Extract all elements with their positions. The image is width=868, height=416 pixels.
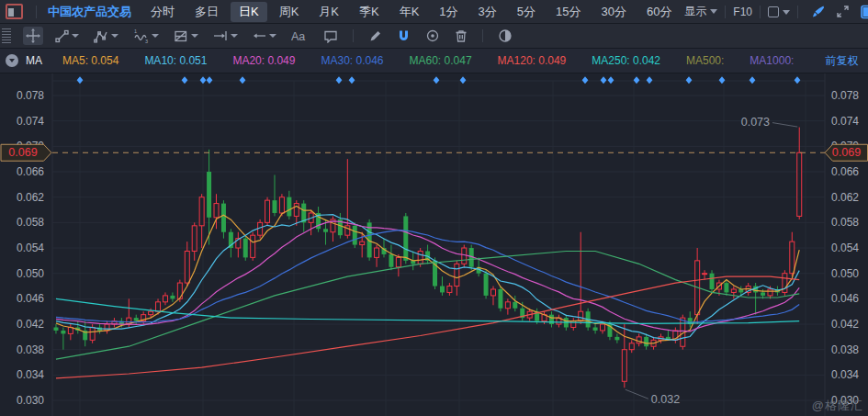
checkbox-icon[interactable] [768,6,779,17]
expand-icon[interactable] [836,5,850,18]
candle-body-up [455,264,459,286]
event-diamond-marker[interactable] [200,76,207,84]
adjust-mode-button[interactable]: 前复权 [825,53,858,69]
event-diamond-marker[interactable] [240,76,246,84]
drawing-toolbar: 13Aa [0,24,868,49]
candle-body-down [134,318,139,320]
ma-legend-ma500: MA500: [686,54,724,67]
chevron-down-icon[interactable] [72,34,79,38]
tab-多日[interactable]: 多日 [186,2,227,22]
candle-body-up [163,296,167,302]
candle-body-down [207,172,211,218]
candle-body-up [447,287,452,293]
overlay-checkbox-dropdown[interactable] [768,6,790,18]
y-axis-label-left: 0.034 [17,368,44,381]
comment-tool[interactable] [321,28,341,45]
candle-body-up [768,289,772,296]
tab-月K[interactable]: 月K [310,2,347,22]
event-diamond-marker[interactable] [434,76,440,84]
candle-body-up [90,327,95,340]
candle-body-up [797,152,802,216]
ma-legend-ma60: MA60: 0.047 [410,54,472,67]
event-diamond-marker[interactable] [460,76,467,84]
text-tool[interactable]: Aa [288,28,311,45]
candle-body-down [403,216,408,260]
tab-3分[interactable]: 3分 [470,2,505,22]
event-diamond-marker[interactable] [795,76,801,84]
chevron-down-icon[interactable] [152,34,159,38]
polygon-tool[interactable] [91,28,121,45]
text-icon: Aa [291,29,309,43]
annotation-line-low [626,389,648,399]
tab-日K[interactable]: 日K [231,2,267,22]
candle-body-up [790,242,795,274]
candle-body-up [731,289,736,292]
tab-30分[interactable]: 30分 [593,2,635,22]
chevron-down-icon[interactable] [191,34,198,38]
event-diamond-marker[interactable] [207,76,213,84]
svg-text:Aa: Aa [291,30,305,43]
event-diamond-marker[interactable] [686,76,693,84]
tab-60分[interactable]: 60分 [638,2,680,22]
move-cross-tool[interactable] [23,27,43,45]
event-diamond-marker[interactable] [349,76,355,84]
gann-box-tool[interactable] [171,28,201,45]
window-layout-icon[interactable] [6,4,23,19]
event-diamond-marker[interactable] [647,76,653,84]
candle-body-down [710,274,715,289]
tab-年K[interactable]: 年K [391,2,428,22]
arrow-left-tool[interactable] [250,28,279,44]
display-dropdown[interactable]: 显示 [684,4,717,19]
candle-body-down [323,229,328,231]
arrow-to-bar-tool[interactable] [210,28,241,44]
ma-legend-ma30: MA30: 0.046 [321,54,383,67]
trash-tool[interactable] [452,28,470,45]
pencil-tool[interactable] [366,28,385,45]
grip-lines-icon[interactable] [2,28,11,44]
tab-分时[interactable]: 分时 [142,2,183,22]
contrast-tool[interactable] [495,27,515,45]
divider [36,6,37,18]
y-axis-label-left: 0.058 [17,216,44,229]
event-diamond-marker[interactable] [182,76,188,84]
candle-body-down [549,315,554,324]
tab-1分[interactable]: 1分 [431,2,466,22]
event-diamond-marker[interactable] [750,76,756,84]
tab-5分[interactable]: 5分 [509,2,544,22]
y-axis-label-left: 0.030 [17,394,44,407]
collapse-circle-icon[interactable] [6,54,18,67]
tab-季K[interactable]: 季K [351,2,388,22]
tab-15分[interactable]: 15分 [547,2,589,22]
stock-symbol[interactable]: 中国农产品交易 [48,4,131,20]
brush-icon[interactable] [811,5,825,18]
indicator-group-label[interactable]: MA [26,54,42,67]
candlestick-chart[interactable]: 0.0780.0780.0740.0740.0700.0700.0660.066… [0,73,868,416]
candle-body-down [513,302,517,309]
f10-button[interactable]: F10 [733,6,752,18]
chevron-down-icon[interactable] [231,34,238,38]
chevron-down-icon[interactable] [269,34,276,38]
event-diamond-marker[interactable] [634,76,640,84]
event-diamond-marker[interactable] [608,76,614,84]
candle-body-down [498,289,502,309]
magnet-icon [397,29,411,43]
trend-line-tool[interactable] [52,28,82,45]
event-diamond-marker[interactable] [77,76,84,84]
indicator-bar: MA MA5: 0.054MA10: 0.051MA20: 0.049MA30:… [0,49,868,73]
polygon-icon [94,29,108,43]
candle-body-down [389,254,393,267]
event-diamond-marker[interactable] [601,76,607,84]
wave-123-tool[interactable]: 13 [130,27,162,45]
panel-toggle-icon[interactable] [861,5,868,19]
magnet-tool[interactable] [394,28,413,45]
chevron-down-icon[interactable] [111,34,118,38]
candle-body-up [279,197,284,213]
y-axis-label-right: 0.042 [831,318,859,331]
y-axis-label-left: 0.062 [17,191,44,204]
event-diamond-marker[interactable] [336,76,343,84]
chart-canvas[interactable]: 0.0780.0780.0740.0740.0700.0700.0660.066… [0,73,868,416]
event-diamond-marker[interactable] [582,76,589,84]
target-tool[interactable] [423,27,443,45]
tab-周K[interactable]: 周K [271,2,308,22]
svg-text:3: 3 [145,39,148,44]
